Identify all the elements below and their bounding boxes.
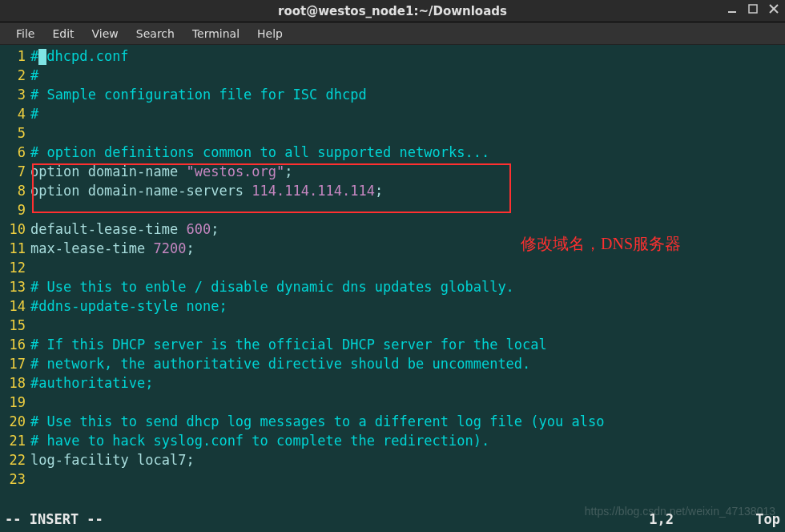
annotation-text: 修改域名，DNS服务器 bbox=[521, 234, 681, 253]
line-number: 1 bbox=[0, 46, 30, 66]
line-number: 17 bbox=[0, 354, 30, 373]
line-number: 10 bbox=[0, 220, 30, 239]
line-number: 11 bbox=[0, 239, 30, 258]
menubar: File Edit View Search Terminal Help bbox=[0, 22, 785, 45]
cursor bbox=[38, 49, 46, 65]
line-number: 13 bbox=[0, 277, 30, 296]
line-number: 20 bbox=[0, 412, 30, 431]
vim-statusbar: -- INSERT -- 1,2 Top bbox=[0, 510, 785, 532]
line-number: 21 bbox=[0, 431, 30, 450]
code-text bbox=[30, 393, 785, 412]
code-text: ; bbox=[186, 240, 194, 256]
menu-edit[interactable]: Edit bbox=[44, 24, 82, 43]
line-number: 15 bbox=[0, 316, 30, 335]
code-text: # Sample configuration file for ISC dhcp… bbox=[30, 85, 785, 104]
line-number: 18 bbox=[0, 373, 30, 393]
line-number: 6 bbox=[0, 143, 30, 162]
code-text: #ddns-update-style none; bbox=[30, 296, 785, 316]
code-text: # bbox=[30, 104, 785, 123]
menu-search[interactable]: Search bbox=[128, 24, 183, 43]
menu-view[interactable]: View bbox=[84, 24, 127, 43]
maximize-icon[interactable] bbox=[748, 4, 758, 16]
minimize-icon[interactable] bbox=[727, 4, 737, 16]
cursor-position: 1,2 bbox=[649, 511, 674, 527]
code-text: default-lease-time bbox=[30, 221, 186, 237]
code-text bbox=[30, 200, 785, 220]
line-number: 7 bbox=[0, 162, 30, 181]
line-number: 14 bbox=[0, 296, 30, 316]
code-text: # Use this to enble / disable dynamic dn… bbox=[30, 277, 785, 296]
code-text: # network, the authoritative directive s… bbox=[30, 354, 785, 373]
line-number: 4 bbox=[0, 104, 30, 123]
close-icon[interactable] bbox=[769, 4, 779, 16]
window-controls bbox=[727, 4, 779, 16]
line-number: 3 bbox=[0, 85, 30, 104]
vim-mode: -- INSERT -- bbox=[5, 510, 103, 529]
code-text: option domain-name-servers bbox=[30, 183, 252, 199]
line-number: 22 bbox=[0, 450, 30, 470]
code-text: ; bbox=[375, 183, 383, 199]
line-number: 16 bbox=[0, 335, 30, 354]
code-text: 7200 bbox=[154, 240, 187, 256]
code-text bbox=[30, 316, 785, 335]
code-text: 600 bbox=[186, 221, 211, 237]
line-number: 12 bbox=[0, 258, 30, 277]
code-text: #authoritative; bbox=[30, 373, 785, 393]
code-text: # have to hack syslog.conf to complete t… bbox=[30, 431, 785, 450]
editor-area[interactable]: 1#dhcpd.conf 2# 3# Sample configuration … bbox=[0, 45, 785, 532]
code-text: # option definitions common to all suppo… bbox=[30, 143, 785, 162]
line-number: 19 bbox=[0, 393, 30, 412]
code-text bbox=[30, 258, 785, 277]
menu-terminal[interactable]: Terminal bbox=[184, 24, 248, 43]
code-text: log-facility local7 bbox=[30, 452, 186, 468]
code-text: "westos.org" bbox=[186, 163, 284, 179]
line-number: 8 bbox=[0, 181, 30, 200]
svg-rect-1 bbox=[749, 5, 757, 13]
line-number: 23 bbox=[0, 470, 30, 489]
titlebar: root@westos_node1:~/Downloads bbox=[0, 0, 785, 22]
menu-file[interactable]: File bbox=[8, 24, 42, 43]
scroll-position: Top bbox=[755, 511, 780, 527]
code-text: max-lease-time bbox=[30, 240, 154, 256]
window-title: root@westos_node1:~/Downloads bbox=[278, 4, 507, 18]
code-text: dhcpd.conf bbox=[46, 48, 128, 64]
code-text bbox=[30, 470, 785, 489]
code-text: ; bbox=[211, 221, 219, 237]
code-text: option domain-name bbox=[30, 163, 186, 179]
code-text bbox=[30, 123, 785, 143]
menu-help[interactable]: Help bbox=[249, 24, 291, 43]
code-text: # bbox=[30, 48, 38, 64]
line-number: 2 bbox=[0, 66, 30, 85]
code-text: 114.114.114.114 bbox=[252, 183, 375, 199]
line-number: 9 bbox=[0, 200, 30, 220]
code-text: ; bbox=[284, 163, 292, 179]
code-text: ; bbox=[186, 452, 194, 468]
code-text: # Use this to send dhcp log messages to … bbox=[30, 412, 785, 431]
line-number: 5 bbox=[0, 123, 30, 143]
code-text: # bbox=[30, 66, 785, 85]
code-text: # If this DHCP server is the official DH… bbox=[30, 335, 785, 354]
